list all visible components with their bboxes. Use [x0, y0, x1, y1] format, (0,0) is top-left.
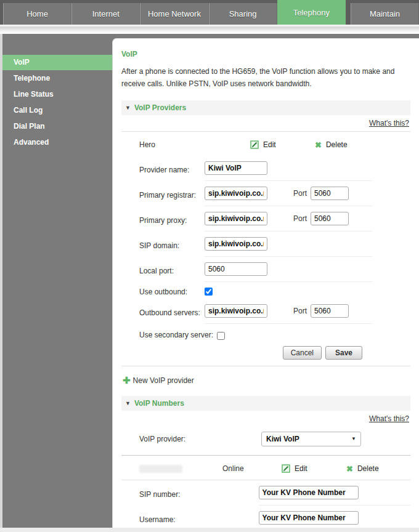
- number-delete-button[interactable]: ✖ Delete: [346, 464, 379, 474]
- page-title: VoIP: [121, 50, 410, 58]
- delete-icon: ✖: [346, 464, 353, 474]
- number-delete-label: Delete: [357, 464, 379, 473]
- proxy-port-input[interactable]: [311, 212, 349, 225]
- main-area: VoIP Telephone Line Status Call Log Dial…: [0, 34, 419, 532]
- providers-whats-this-row: What's this?: [121, 118, 410, 131]
- provider-cancel-button[interactable]: Cancel: [283, 346, 322, 360]
- sidebar: VoIP Telephone Line Status Call Log Dial…: [2, 34, 112, 532]
- voip-provider-dropdown[interactable]: Kiwi VoIP ▼: [261, 432, 361, 446]
- proxy-port-label: Port: [293, 214, 311, 223]
- sidebar-item-line-status[interactable]: Line Status: [2, 87, 112, 102]
- outbound-servers-input[interactable]: [205, 304, 267, 318]
- voip-provider-selected-value: Kiwi VoIP: [266, 435, 299, 443]
- provider-edit-label: Edit: [263, 140, 276, 149]
- provider-entity-row: Hero Edit ✖ Delete: [121, 132, 410, 156]
- tab-internet[interactable]: Internet: [71, 3, 140, 25]
- primary-proxy-label: Primary proxy:: [139, 216, 205, 225]
- primary-registrar-input[interactable]: [205, 187, 267, 200]
- sidebar-item-call-log[interactable]: Call Log: [2, 103, 112, 118]
- tab-sharing[interactable]: Sharing: [209, 3, 277, 25]
- voip-numbers-section-header[interactable]: ▼ VoIP Numbers: [121, 396, 410, 411]
- sidebar-item-dial-plan[interactable]: Dial Plan: [2, 119, 112, 134]
- primary-proxy-input[interactable]: [205, 212, 267, 225]
- tab-maintain[interactable]: Maintain: [351, 3, 419, 25]
- outbound-servers-label: Outbound servers:: [139, 308, 205, 317]
- use-secondary-row: Use secondary server:: [121, 324, 410, 340]
- username-label: Username:: [139, 515, 259, 524]
- primary-registrar-label: Primary registrar:: [139, 191, 205, 200]
- use-outbound-row: Use outbound:: [121, 282, 410, 299]
- sip-number-row: SIP number:: [121, 480, 410, 506]
- username-row: Username:: [121, 506, 410, 531]
- local-port-row: Local port:: [121, 257, 410, 282]
- nav-separator: [346, 0, 351, 25]
- use-outbound-label: Use outbound:: [139, 288, 205, 296]
- number-status: Online: [222, 464, 282, 473]
- sip-domain-input[interactable]: [205, 237, 267, 251]
- numbers-whats-this-row: What's this?: [121, 413, 410, 427]
- provider-name-input[interactable]: [205, 161, 267, 175]
- sip-domain-label: SIP domain:: [139, 241, 205, 250]
- voip-provider-label: VoIP provider:: [139, 435, 205, 443]
- outbound-port-label: Port: [293, 307, 311, 315]
- number-edit-label: Edit: [295, 464, 307, 473]
- edit-icon: [250, 140, 259, 149]
- provider-name-label: Provider name:: [139, 166, 205, 174]
- bottom-page-strip: [0, 528, 419, 532]
- provider-edit-button[interactable]: Edit: [250, 140, 315, 149]
- outbound-servers-row: Outbound servers: Port: [121, 299, 410, 324]
- username-input[interactable]: [259, 511, 359, 525]
- page-description: After a phone is connected to the HG659,…: [121, 66, 410, 91]
- tab-home[interactable]: Home: [3, 3, 71, 25]
- registrar-port-input[interactable]: [311, 187, 349, 200]
- primary-proxy-row: Primary proxy: Port: [121, 206, 410, 232]
- providers-whats-this-link[interactable]: What's this?: [369, 119, 409, 127]
- redacted-sip-number: [139, 465, 182, 473]
- sidebar-item-telephone[interactable]: Telephone: [2, 71, 112, 86]
- plus-icon: ✚: [123, 375, 131, 386]
- local-port-input[interactable]: [205, 262, 267, 276]
- voip-providers-section-header[interactable]: ▼ VoIP Providers: [121, 100, 410, 115]
- delete-icon: ✖: [315, 140, 322, 150]
- provider-name-row: Provider name:: [121, 156, 410, 181]
- nav-shadow-strip: [0, 25, 419, 34]
- provider-buttons-row: Cancel Save: [121, 340, 410, 366]
- outbound-port-input[interactable]: [311, 304, 349, 318]
- use-outbound-checkbox[interactable]: [205, 288, 213, 296]
- sip-number-label: SIP number:: [139, 490, 259, 499]
- edit-icon: [282, 464, 290, 473]
- tab-home-network[interactable]: Home Network: [140, 3, 208, 25]
- voip-provider-select-row: VoIP provider: Kiwi VoIP ▼: [121, 427, 410, 455]
- tab-telephony[interactable]: Telephony: [277, 0, 346, 25]
- sidebar-item-voip[interactable]: VoIP: [2, 55, 112, 70]
- number-entity-row: Online Edit ✖ Delete: [121, 456, 410, 480]
- chevron-down-icon: ▼: [351, 436, 356, 441]
- registrar-port-label: Port: [293, 189, 311, 198]
- use-secondary-checkbox[interactable]: [217, 332, 225, 340]
- numbers-whats-this-link[interactable]: What's this?: [369, 414, 409, 423]
- voip-providers-title: VoIP Providers: [134, 103, 186, 112]
- collapse-triangle-icon: ▼: [125, 400, 131, 406]
- provider-delete-button[interactable]: ✖ Delete: [315, 140, 348, 150]
- provider-delete-label: Delete: [326, 140, 348, 149]
- provider-save-button[interactable]: Save: [325, 346, 362, 360]
- local-port-label: Local port:: [139, 267, 205, 275]
- sip-number-input[interactable]: [259, 486, 359, 499]
- collapse-triangle-icon: ▼: [125, 105, 131, 111]
- voip-numbers-title: VoIP Numbers: [134, 399, 184, 408]
- top-navigation: Home Internet Home Network Sharing Telep…: [0, 0, 419, 25]
- number-edit-button[interactable]: Edit: [282, 464, 346, 473]
- new-voip-provider-label: New VoIP provider: [133, 376, 194, 385]
- use-secondary-label: Use secondary server:: [139, 331, 213, 339]
- sidebar-item-advanced[interactable]: Advanced: [2, 135, 112, 150]
- primary-registrar-row: Primary registrar: Port: [121, 181, 410, 206]
- sip-domain-row: SIP domain:: [121, 232, 410, 257]
- provider-entity-name: Hero: [139, 140, 250, 149]
- new-voip-provider-button[interactable]: ✚ New VoIP provider: [121, 366, 410, 396]
- content-panel: VoIP After a phone is connected to the H…: [112, 38, 419, 532]
